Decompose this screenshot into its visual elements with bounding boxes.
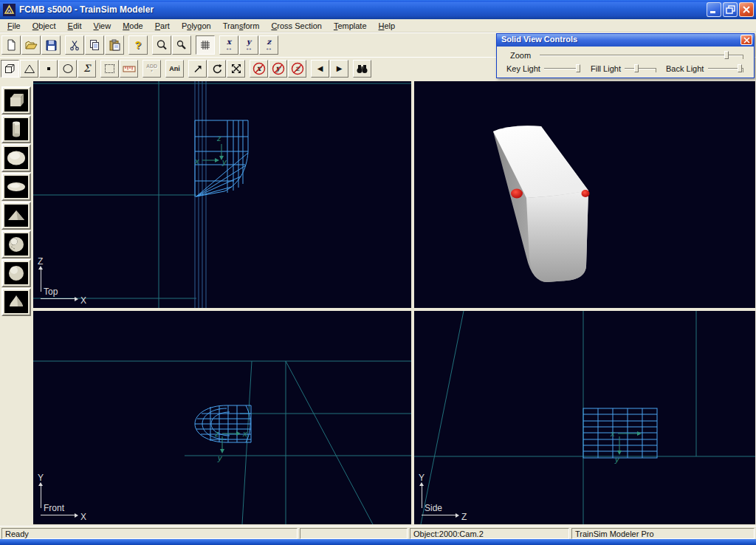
- back-light-label: Back Light: [666, 64, 704, 73]
- circle-tool-button[interactable]: [58, 60, 77, 78]
- minimize-button[interactable]: [707, 2, 721, 17]
- palette-close-button[interactable]: [740, 35, 752, 45]
- menu-help[interactable]: Help: [373, 20, 402, 32]
- cut-button[interactable]: [65, 35, 84, 55]
- title-bar[interactable]: FCMB s5000 - TrainSim Modeler: [0, 0, 756, 19]
- vertex-mode-button[interactable]: [39, 60, 58, 78]
- help-button[interactable]: ?: [128, 35, 148, 55]
- new-document-icon: [5, 39, 17, 51]
- viewport-solid[interactable]: [414, 81, 755, 308]
- zoom-slider-label: Zoom: [510, 51, 531, 60]
- menu-view[interactable]: View: [88, 20, 117, 32]
- add-vertex-button[interactable]: ADD▪: [142, 60, 161, 78]
- y-axis-icon: y↔: [245, 39, 252, 51]
- view-axis-gizmo: Y Side Z: [419, 476, 485, 521]
- shape-sphere-button[interactable]: [1, 144, 31, 172]
- shape-box-button[interactable]: [1, 86, 31, 114]
- solid-view-controls-palette[interactable]: Solid View Controls Zoom Key Light Fill …: [496, 33, 755, 78]
- fill-light-label: Fill Light: [591, 64, 621, 73]
- triangle-icon: [24, 64, 35, 74]
- restore-button[interactable]: [723, 2, 738, 17]
- x-axis-button[interactable]: x↔: [219, 35, 238, 55]
- paste-button[interactable]: [105, 35, 124, 55]
- polygon-mode-button[interactable]: [20, 60, 38, 78]
- marquee-select-button[interactable]: [100, 60, 119, 78]
- prev-part-button[interactable]: ◀: [311, 60, 329, 78]
- paste-clipboard-icon: [109, 39, 120, 51]
- part-axes-gizmo: z x y: [194, 134, 227, 166]
- restore-icon: [726, 5, 735, 14]
- spline-tool-button[interactable]: Σ: [78, 60, 96, 78]
- save-button[interactable]: [41, 35, 61, 55]
- back-light-slider[interactable]: [708, 64, 743, 73]
- zoom-out-button[interactable]: [172, 35, 191, 55]
- zoom-slider-thumb[interactable]: [724, 51, 729, 59]
- menu-polygon[interactable]: Polygon: [176, 20, 217, 32]
- find-button[interactable]: [353, 60, 371, 78]
- key-light-slider[interactable]: [544, 64, 580, 73]
- ani-label: Ani: [169, 65, 180, 72]
- lock-x-button[interactable]: x: [250, 60, 268, 78]
- scale-tool-button[interactable]: [227, 60, 245, 78]
- status-empty: [300, 528, 408, 539]
- menu-mode[interactable]: Mode: [117, 20, 149, 32]
- svg-text:x: x: [242, 429, 247, 438]
- shape-shaded-sphere-button[interactable]: [1, 259, 31, 287]
- viewport-front[interactable]: z x y Y Front X: [33, 311, 411, 524]
- animation-button[interactable]: Ani: [165, 60, 184, 78]
- menu-transform[interactable]: Transform: [217, 20, 266, 32]
- z-axis-button[interactable]: z↔: [259, 35, 278, 55]
- application-window: FCMB s5000 - TrainSim Modeler File Objec…: [0, 0, 756, 545]
- cube-icon: [4, 63, 16, 75]
- open-button[interactable]: [21, 35, 41, 55]
- shape-wedge-button[interactable]: [1, 202, 31, 230]
- zoom-slider[interactable]: [540, 51, 743, 60]
- view-axis-gizmo: Z Top X: [38, 259, 104, 305]
- cylinder-icon: [5, 118, 27, 140]
- ruler-button[interactable]: [120, 60, 138, 78]
- svg-text:y: y: [217, 453, 223, 462]
- menu-cross-section[interactable]: Cross Section: [265, 20, 327, 32]
- shape-ellipsoid-button[interactable]: [1, 173, 31, 201]
- menu-edit[interactable]: Edit: [62, 20, 88, 32]
- cone-icon: [5, 291, 27, 313]
- status-edition: TrainSim Modeler Pro: [571, 528, 755, 539]
- viewport-top[interactable]: z x y Z Top X: [33, 81, 411, 308]
- y-axis-button[interactable]: y↔: [239, 35, 258, 55]
- menu-object[interactable]: Object: [27, 20, 62, 32]
- grid-icon: [199, 39, 211, 51]
- next-part-button[interactable]: ▶: [330, 60, 348, 78]
- zoom-in-button[interactable]: [152, 35, 171, 55]
- grid-toggle-button[interactable]: [196, 35, 215, 55]
- status-object: Object:2000:Cam.2: [410, 528, 569, 539]
- scale-icon: [230, 63, 242, 75]
- fill-light-slider-thumb[interactable]: [634, 64, 639, 72]
- rotate-tool-button[interactable]: [207, 60, 226, 78]
- shape-cone-button[interactable]: [1, 288, 31, 316]
- copy-button[interactable]: [85, 35, 104, 55]
- fill-light-slider[interactable]: [625, 64, 656, 73]
- no-y-icon: [271, 61, 285, 75]
- palette-title-bar[interactable]: Solid View Controls: [497, 34, 754, 47]
- binoculars-icon: [356, 63, 368, 75]
- point-icon: [47, 67, 50, 70]
- key-light-slider-thumb[interactable]: [576, 64, 580, 72]
- new-button[interactable]: [1, 35, 21, 55]
- close-button[interactable]: [739, 2, 754, 17]
- shape-cylinder-button[interactable]: [1, 115, 31, 143]
- shape-geosphere-button[interactable]: [1, 230, 31, 258]
- svg-text:x: x: [610, 429, 615, 438]
- lock-y-button[interactable]: y: [269, 60, 287, 78]
- lock-z-button[interactable]: z: [288, 60, 306, 78]
- viewport-side[interactable]: x y Y Side Z: [414, 311, 755, 524]
- back-light-slider-thumb[interactable]: [738, 64, 742, 72]
- menu-template[interactable]: Template: [328, 20, 373, 32]
- palette-title: Solid View Controls: [501, 35, 577, 44]
- move-tool-button[interactable]: [188, 60, 207, 78]
- menu-part[interactable]: Part: [149, 20, 176, 32]
- viewport-label: Front: [44, 503, 64, 513]
- solid-object: [493, 126, 588, 282]
- surface-mode-button[interactable]: [1, 60, 19, 78]
- menu-file[interactable]: File: [1, 20, 27, 32]
- status-bar: Ready Object:2000:Cam.2 TrainSim Modeler…: [0, 526, 756, 539]
